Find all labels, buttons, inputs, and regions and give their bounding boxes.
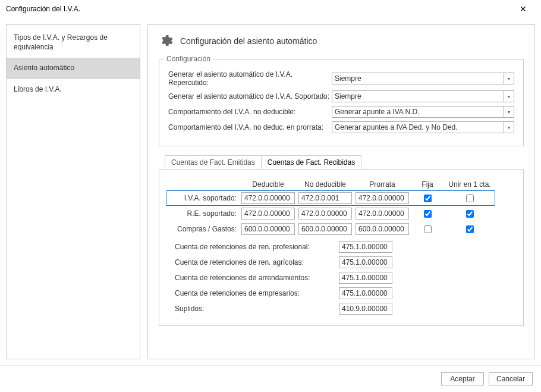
label-ret-arrendamientos: Cuenta de retenciones de arrendamientos: <box>175 274 335 282</box>
label-iva-prorrata: Comportamiento del I.V.A. no deduc. en p… <box>168 123 332 131</box>
input-re-nod[interactable]: 472.0.0.00000 <box>298 208 352 219</box>
label-iva-no-deducible: Comportamiento del I.V.A. no deducible: <box>168 108 332 116</box>
input-compras-nod[interactable]: 600.0.0.00000 <box>298 223 352 235</box>
tab-recibidas[interactable]: Cuentas de Fact. Recibidas <box>261 155 361 170</box>
input-compras-pro[interactable]: 600.0.0.00000 <box>356 223 409 235</box>
label-ret-agricolas: Cuenta de retenciones de ren. agrícolas: <box>175 258 335 266</box>
check-iva-unir[interactable] <box>466 195 474 202</box>
col-no-deducible: No deducible <box>298 180 352 189</box>
ok-button[interactable]: Aceptar <box>441 372 484 385</box>
col-fija: Fija <box>413 180 442 189</box>
check-compras-unir[interactable] <box>466 225 474 233</box>
row-iva-soportado-label: I.V.A. soportado: <box>168 194 238 202</box>
input-ret-profesional[interactable]: 475.1.0.00000 <box>339 241 392 253</box>
dropdown-iva-soportado[interactable]: Siempre ▾ <box>332 90 514 102</box>
input-ret-empresarios[interactable]: 475.1.0.00000 <box>339 287 392 299</box>
chevron-down-icon: ▾ <box>504 106 514 117</box>
gear-icon <box>159 34 173 48</box>
group-title: Configuración <box>164 55 213 63</box>
sidebar-item-tipos-iva[interactable]: Tipos de I.V.A. y Recargos de equivalenc… <box>7 27 140 58</box>
window-title: Configuración del I.V.A. <box>6 5 511 13</box>
chevron-down-icon: ▾ <box>504 73 514 84</box>
row-compras-label: Compras / Gastos: <box>168 225 238 233</box>
input-re-pro[interactable]: 472.0.0.00000 <box>356 208 409 219</box>
input-re-ded[interactable]: 472.0.0.00000 <box>241 208 295 219</box>
tabpanel-recibidas: Deducible No deducible Prorrata Fija Uni… <box>159 169 524 326</box>
label-suplidos: Suplidos: <box>175 305 335 313</box>
check-iva-fija[interactable] <box>424 195 432 202</box>
tabs: Cuentas de Fact. Emitidas Cuentas de Fac… <box>165 155 524 170</box>
label-iva-repercutido: Generar el asiento automático de I.V.A. … <box>168 70 332 87</box>
main-panel: Configuración del asiento automático Con… <box>147 24 535 359</box>
check-re-unir[interactable] <box>466 210 474 218</box>
col-prorrata: Prorrata <box>356 180 409 189</box>
label-ret-profesional: Cuenta de retenciones de ren. profesiona… <box>175 243 335 251</box>
cancel-button[interactable]: Cancelar <box>489 372 533 385</box>
row-iva-soportado-highlight: I.V.A. soportado: 472.0.0.00000 472.0.0.… <box>166 190 495 206</box>
check-compras-fija[interactable] <box>424 225 432 233</box>
tab-emitidas[interactable]: Cuentas de Fact. Emitidas <box>165 155 262 170</box>
chevron-down-icon: ▾ <box>504 122 514 133</box>
dropdown-iva-repercutido[interactable]: Siempre ▾ <box>332 73 514 84</box>
chevron-down-icon: ▾ <box>504 91 514 102</box>
check-re-fija[interactable] <box>424 210 432 218</box>
row-re-soportado-label: R.E. soportado: <box>168 209 238 218</box>
col-deducible: Deducible <box>241 180 295 189</box>
input-ret-agricolas[interactable]: 475.1.0.00000 <box>339 256 392 268</box>
page-title: Configuración del asiento automático <box>180 36 317 46</box>
group-configuracion: Configuración Generar el asiento automát… <box>159 59 524 146</box>
dropdown-iva-prorrata[interactable]: Generar apuntes a IVA Ded. y No Ded. ▾ <box>332 121 514 133</box>
input-compras-ded[interactable]: 600.0.0.00000 <box>241 223 295 235</box>
sidebar-item-libros-iva[interactable]: Libros de I.V.A. <box>7 79 140 101</box>
titlebar: Configuración del I.V.A. ✕ <box>0 0 541 18</box>
label-ret-empresarios: Cuenta de retenciones de empresarios: <box>175 289 335 297</box>
sidebar-item-asiento-automatico[interactable]: Asiento automático <box>7 58 140 79</box>
input-iva-ded[interactable]: 472.0.0.00000 <box>241 192 295 204</box>
input-ret-arrendamientos[interactable]: 475.1.0.00000 <box>339 272 392 284</box>
footer: Aceptar Cancelar <box>0 365 541 392</box>
input-iva-pro[interactable]: 472.0.0.00000 <box>356 192 409 204</box>
dropdown-iva-no-deducible[interactable]: Generar apunte a IVA N.D. ▾ <box>332 106 514 118</box>
label-iva-soportado: Generar el asiento automático de I.V.A. … <box>168 92 332 101</box>
input-iva-nod[interactable]: 472.0.0.001 <box>298 192 352 204</box>
sidebar: Tipos de I.V.A. y Recargos de equivalenc… <box>6 24 140 359</box>
input-suplidos[interactable]: 410.9.0.00000 <box>339 303 392 315</box>
close-icon[interactable]: ✕ <box>511 4 535 14</box>
col-unir: Unir en 1 cta. <box>446 180 493 189</box>
